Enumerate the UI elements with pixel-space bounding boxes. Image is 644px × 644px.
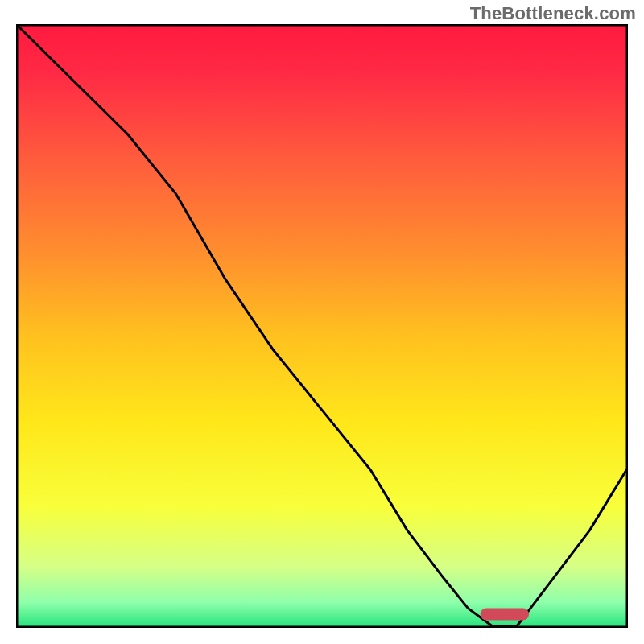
watermark-label: TheBottleneck.com	[470, 3, 636, 24]
chart-canvas	[16, 24, 628, 628]
chart-plot	[16, 24, 628, 628]
optimal-marker	[481, 609, 530, 621]
chart-stage: TheBottleneck.com	[0, 0, 644, 644]
